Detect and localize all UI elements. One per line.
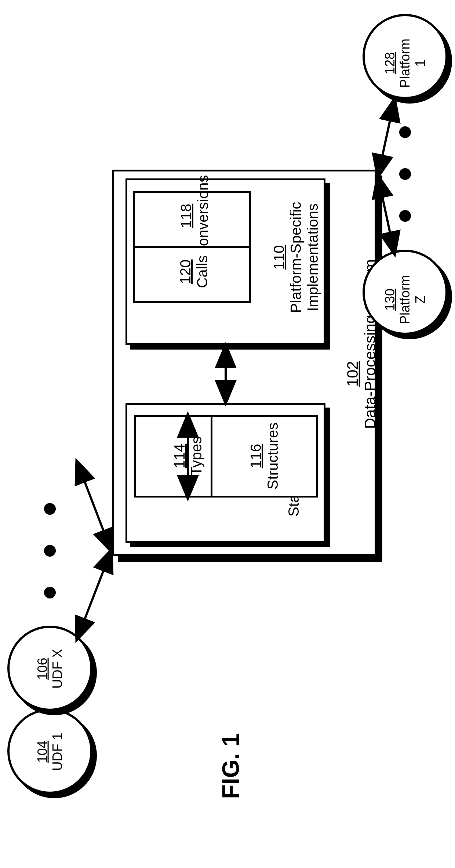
platform1-label: 128 Platform 1 bbox=[382, 21, 428, 106]
platform1-ref: 128 bbox=[382, 52, 397, 74]
types-label: 114 Types bbox=[171, 405, 205, 507]
svg-line-5 bbox=[378, 100, 394, 176]
calls-ref: 120 bbox=[177, 260, 193, 284]
platform1-text1: Platform bbox=[397, 39, 412, 88]
dot-udf-3 bbox=[44, 587, 56, 598]
platformz-text2: Z bbox=[413, 296, 428, 304]
svg-line-4 bbox=[77, 551, 111, 639]
udfx-ref-final: 106 bbox=[35, 658, 50, 680]
structures-ref: 116 bbox=[248, 444, 264, 469]
udfx-text-final: UDF X bbox=[50, 649, 65, 688]
udf1-label-final: 104 UDF 1 bbox=[35, 709, 65, 794]
structures-text: Structures bbox=[265, 423, 281, 489]
calls-label: 120 Calls bbox=[177, 231, 211, 312]
types-text: Types bbox=[188, 437, 204, 476]
system-title: 102 Data-Processing System bbox=[344, 319, 379, 429]
udf1-ref-final: 104 bbox=[35, 741, 50, 763]
platform-impl-title-line1: Platform-Specific bbox=[288, 202, 304, 313]
platform-impl-title: 110 Platform-Specific Implementations bbox=[270, 191, 321, 323]
system-ref: 102 bbox=[344, 361, 361, 387]
platformz-label: 130 Platform Z bbox=[382, 257, 428, 342]
types-ref: 114 bbox=[171, 444, 188, 469]
platformz-text1: Platform bbox=[397, 275, 412, 324]
figure-label: FIG. 1 bbox=[218, 719, 245, 814]
diagram-page: 102 Data-Processing System 108 Standard … bbox=[0, 0, 455, 868]
structures-label: 116 Structures bbox=[247, 405, 281, 507]
dot-platform-3 bbox=[399, 210, 411, 222]
svg-line-3 bbox=[77, 462, 111, 551]
platformz-ref: 130 bbox=[382, 289, 397, 311]
dot-udf-1 bbox=[44, 503, 56, 515]
udf1-text-final: UDF 1 bbox=[50, 733, 65, 771]
platform-impl-title-line2: Implementations bbox=[305, 203, 321, 311]
dot-platform-1 bbox=[399, 126, 411, 138]
dot-udf-2 bbox=[44, 545, 56, 557]
udfx-label-final: 106 UDF X bbox=[35, 626, 65, 711]
platform-impl-ref: 110 bbox=[271, 245, 287, 270]
conversions-ref: 118 bbox=[178, 204, 194, 228]
calls-text: Calls bbox=[194, 256, 210, 288]
platform1-text2: 1 bbox=[413, 59, 428, 67]
dot-platform-2 bbox=[399, 168, 411, 180]
